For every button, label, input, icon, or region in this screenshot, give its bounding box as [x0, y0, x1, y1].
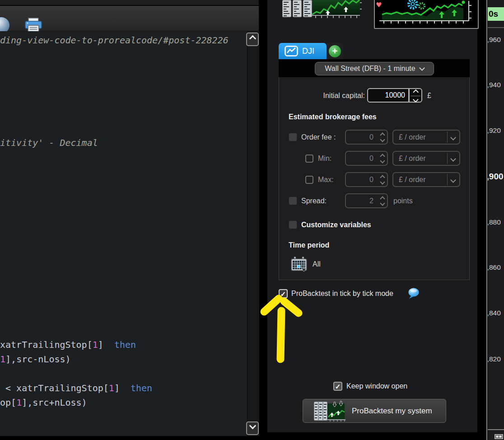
order-fee-checkbox[interactable]: [289, 133, 297, 141]
backtest-settings-panel: Initial capital: 10000 £ Estimated broke…: [279, 77, 470, 280]
initial-capital-group: 10000: [367, 88, 422, 103]
time-period-heading: Time period: [289, 241, 329, 249]
min-fee-unit-dropdown[interactable]: £ / order: [392, 151, 460, 166]
help-bubble-icon[interactable]: [408, 288, 420, 299]
spread-label: Spread:: [301, 197, 327, 205]
min-fee-input[interactable]: 0: [345, 151, 388, 166]
price-label: 8,860: [488, 263, 504, 273]
initial-capital-input[interactable]: 10000: [367, 88, 409, 103]
chevron-up-icon: [249, 35, 257, 42]
mini-table-icon[interactable]: [495, 434, 503, 439]
scroll-up-button[interactable]: [246, 33, 259, 46]
calendar-icon[interactable]: [291, 257, 307, 272]
tick-mode-label: ProBacktest in tick by tick mode: [291, 290, 393, 298]
initial-capital-label: Initial capital:: [306, 92, 365, 100]
editor-toolbar: [0, 6, 259, 31]
scroll-down-button[interactable]: [246, 421, 259, 435]
code-line: 1],src-nLoss): [0, 354, 71, 364]
chevron-down-icon: [249, 422, 257, 430]
brokerage-fees-heading: Estimated brokerage fees: [289, 113, 377, 121]
instrument-timeframe-dropdown[interactable]: Wall Street (DFB) - 1 minute: [315, 62, 434, 75]
tab-instrument-label: DJI: [302, 47, 314, 56]
keep-window-open-label: Keep window open: [346, 382, 407, 390]
price-label: 8,820: [488, 355, 504, 365]
max-fee-label: Max:: [318, 176, 334, 184]
max-fee-checkbox[interactable]: [305, 176, 313, 184]
chart-panel-divider: [486, 0, 487, 440]
add-instrument-tab[interactable]: +: [327, 43, 343, 59]
price-label: 8,880: [488, 218, 504, 228]
chevron-down-icon: [450, 177, 456, 183]
currency-suffix: £: [427, 92, 431, 100]
chevron-down-icon: [419, 65, 425, 71]
code-editor[interactable]: ding-view-code-to-prorealcode/#post-2282…: [0, 31, 259, 436]
time-axis-badge: 0s: [488, 7, 504, 21]
price-label: 8,840: [488, 309, 504, 319]
screen: ding-view-code-to-prorealcode/#post-2282…: [0, 0, 504, 440]
price-label-emphasis: 8,900: [488, 172, 504, 183]
tab-instrument-dji[interactable]: DJI: [279, 43, 327, 59]
time-period-selector[interactable]: All: [291, 257, 321, 272]
price-label: 8,940: [488, 81, 504, 91]
chevron-down-icon: [450, 156, 456, 162]
fee-row-min: Min: 0 £ / order: [279, 151, 470, 166]
spread-input[interactable]: 2: [345, 193, 388, 208]
editor-top-strip: [0, 0, 259, 6]
customize-variables-label: Customize variables: [301, 221, 371, 229]
fee-row-order: Order fee : 0 £ / order: [279, 130, 470, 145]
order-fee-unit-dropdown[interactable]: £ / order: [392, 130, 460, 145]
spread-checkbox[interactable]: [289, 197, 297, 205]
code-line: xatrTrailingStop[1] then: [0, 340, 136, 350]
keep-window-open-checkbox[interactable]: ✓: [333, 382, 342, 391]
code-line: < xatrTrailingStop[1] then: [0, 383, 152, 393]
order-fee-input[interactable]: 0: [345, 130, 388, 145]
time-period-value: All: [313, 260, 321, 268]
code-comment-line: ding-view-code-to-prorealcode/#post-2282…: [0, 35, 229, 45]
max-fee-unit-dropdown[interactable]: £ / order: [392, 172, 460, 187]
plus-icon[interactable]: +: [329, 45, 341, 57]
price-axis[interactable]: 0s 8,960 8,940 8,920 8,900 8,880 8,860 8…: [488, 0, 504, 440]
editor-scrollbar[interactable]: [247, 31, 259, 436]
price-label: 8,920: [488, 126, 504, 136]
chevron-down-icon: [450, 135, 456, 140]
line-chart-icon: [285, 46, 298, 56]
min-fee-checkbox[interactable]: [305, 154, 313, 163]
axis-bottom-divider: [488, 429, 504, 430]
run-button-label: ProBacktest my system: [352, 407, 432, 416]
fee-row-spread: Spread: 2 points: [279, 193, 470, 209]
price-label: 8,960: [488, 36, 504, 46]
annotation-arrow: [257, 291, 305, 368]
spinner-divider: [411, 96, 420, 96]
svg-text:♥: ♥: [376, 1, 382, 9]
instrument-timeframe-label: Wall Street (DFB) - 1 minute: [325, 65, 415, 73]
probacktest-run-button[interactable]: ProBacktest my system: [303, 399, 446, 423]
backtest-mode-tab[interactable]: [282, 0, 362, 21]
code-comment-line: itivity' - Decimal: [0, 138, 98, 148]
max-fee-input[interactable]: 0: [345, 172, 388, 187]
optimization-mode-tab-selected[interactable]: ♥: [374, 0, 479, 29]
min-fee-label: Min:: [318, 154, 331, 163]
order-fee-label: Order fee :: [301, 133, 336, 141]
code-line: op[1],src+nLoss): [0, 398, 87, 407]
customize-variables-checkbox[interactable]: [289, 220, 297, 229]
fee-row-max: Max: 0 £ / order: [279, 172, 470, 187]
initial-capital-stepper[interactable]: [409, 88, 422, 103]
optimization-chart-thumbnail: ♥: [375, 0, 476, 27]
axis-top-divider: [488, 27, 504, 28]
spinner-down-icon[interactable]: [413, 97, 418, 103]
spinner-up-icon[interactable]: [413, 89, 418, 95]
backtest-icon: [314, 401, 347, 421]
spread-unit-label: points: [393, 197, 413, 205]
